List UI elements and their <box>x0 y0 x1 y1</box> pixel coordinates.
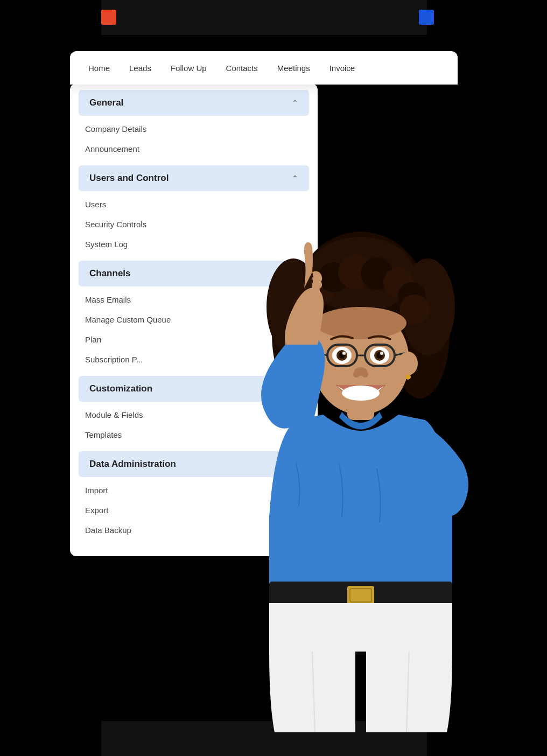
users-control-section-header[interactable]: Users and Control ⌃ <box>79 165 309 191</box>
menu-announcement[interactable]: Announcement <box>70 139 318 159</box>
general-section-header[interactable]: General ⌃ <box>79 90 309 116</box>
svg-point-35 <box>398 352 418 375</box>
nav-home[interactable]: Home <box>81 59 117 77</box>
customization-section-title: Customization <box>89 383 152 394</box>
nav-leads[interactable]: Leads <box>122 59 159 77</box>
menu-company-details[interactable]: Company Details <box>70 119 318 139</box>
svg-point-37 <box>405 374 411 380</box>
accent-red-square <box>101 10 116 25</box>
navigation-bar: Home Leads Follow Up Contacts Meetings I… <box>70 51 458 85</box>
accent-blue-square <box>419 10 434 25</box>
top-bar <box>101 0 427 35</box>
users-control-section-title: Users and Control <box>89 173 169 184</box>
general-section-items: Company Details Announcement <box>70 119 318 159</box>
nav-invoice[interactable]: Invoice <box>322 59 363 77</box>
svg-point-32 <box>362 371 368 377</box>
svg-point-25 <box>342 352 346 355</box>
general-section-title: General <box>89 97 123 108</box>
nav-meetings[interactable]: Meetings <box>270 59 318 77</box>
nav-contacts[interactable]: Contacts <box>219 59 265 77</box>
svg-point-31 <box>353 371 360 377</box>
svg-point-33 <box>342 386 380 401</box>
svg-point-16 <box>315 307 406 339</box>
nav-follow-up[interactable]: Follow Up <box>163 59 214 77</box>
general-chevron-icon: ⌃ <box>292 99 298 107</box>
channels-section-title: Channels <box>89 268 131 279</box>
person-illustration <box>188 194 533 732</box>
svg-point-29 <box>380 352 383 355</box>
users-control-chevron-icon: ⌃ <box>292 174 298 183</box>
data-admin-section-title: Data Administration <box>89 459 176 470</box>
